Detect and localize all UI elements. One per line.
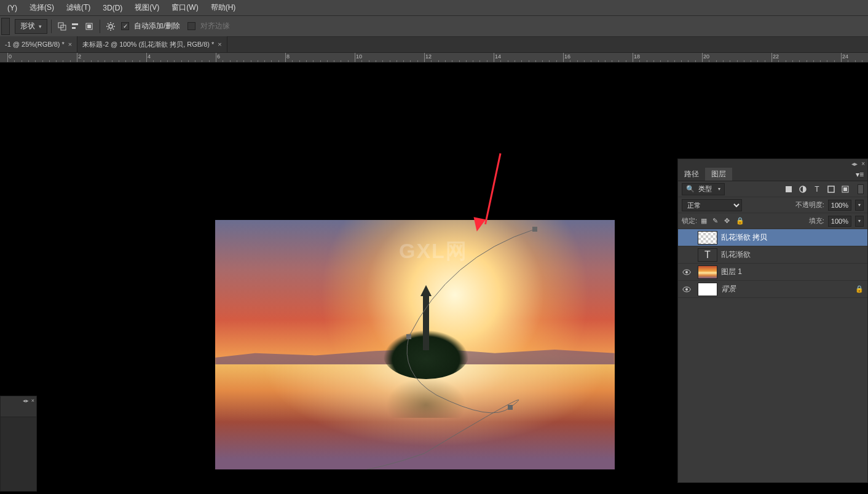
menu-window[interactable]: 窗口(W) (165, 2, 204, 13)
close-icon[interactable]: × (68, 41, 72, 48)
layer-row[interactable]: 乱花渐欲 拷贝 (678, 229, 867, 246)
visibility-toggle[interactable] (682, 250, 692, 260)
shape-mode-label: 形状 (20, 21, 35, 31)
panel-tabs: 路径 图层 ▾≡ (678, 168, 867, 181)
shape-mode-select[interactable]: 形状 (15, 19, 47, 34)
menu-bar: (Y) 选择(S) 滤镜(T) 3D(D) 视图(V) 窗口(W) 帮助(H) (0, 0, 868, 16)
path-align-icon[interactable] (69, 20, 82, 33)
collapse-icon[interactable]: ◂▸ (23, 398, 29, 404)
svg-point-13 (685, 271, 688, 273)
svg-point-15 (685, 288, 688, 291)
layers-panel: ◂▸ × 路径 图层 ▾≡ 🔍 类型 T 正常 不透明度: 100% ▾ 锁定:… (677, 159, 868, 483)
search-icon: 🔍 (686, 185, 695, 193)
checkbox-unchecked-icon (187, 22, 195, 30)
layer-name[interactable]: 图层 1 (721, 267, 742, 277)
tab-paths[interactable]: 路径 (678, 168, 705, 181)
layer-row[interactable]: 背景 🔒 (678, 281, 867, 298)
menu-3d[interactable]: 3D(D) (97, 4, 128, 12)
layer-name[interactable]: 乱花渐欲 拷贝 (721, 232, 767, 243)
arrow-line (484, 153, 501, 224)
auto-add-delete-option[interactable]: ✓ 自动添加/删除 (121, 21, 180, 31)
panel-menu-icon[interactable]: ▾≡ (852, 168, 867, 181)
filter-text-icon[interactable]: T (812, 184, 822, 194)
svg-rect-5 (87, 25, 91, 28)
canvas-image[interactable]: GXL网 (215, 220, 615, 469)
horizontal-ruler[interactable]: 024681012141618202224 (0, 53, 868, 63)
layer-filter-label: 类型 (698, 184, 712, 194)
layer-list-empty-area[interactable] (678, 298, 867, 482)
visibility-toggle[interactable] (682, 233, 692, 243)
layer-name[interactable]: 背景 (721, 284, 736, 294)
lock-icons: ▦ ✎ ✥ 🔒 (701, 217, 744, 225)
layer-filter-row: 🔍 类型 T (678, 181, 867, 197)
fill-value[interactable]: 100% (828, 216, 851, 227)
layer-filter-select[interactable]: 🔍 类型 (682, 183, 725, 195)
lock-pixels-icon[interactable]: ✎ (712, 217, 721, 225)
document-tab-label: -1 @ 25%(RGB/8) * (5, 41, 65, 48)
document-tab-active[interactable]: 未标题-2 @ 100% (乱花渐欲 拷贝, RGB/8) * × (77, 36, 227, 52)
separator (100, 20, 100, 33)
document-tab-bar: -1 @ 25%(RGB/8) * × 未标题-2 @ 100% (乱花渐欲 拷… (0, 37, 868, 53)
blend-opacity-row: 正常 不透明度: 100% ▾ (678, 197, 867, 213)
path-arrange-icon[interactable] (82, 20, 96, 33)
gear-icon[interactable] (104, 20, 117, 33)
mini-panel-body (1, 417, 36, 491)
filter-toggle[interactable] (858, 184, 864, 194)
collapse-icon[interactable]: ◂▸ (851, 160, 858, 167)
menu-help[interactable]: 帮助(H) (205, 2, 242, 13)
svg-rect-11 (843, 187, 847, 191)
opacity-value[interactable]: 100% (828, 200, 851, 211)
arrow-head-icon (471, 217, 486, 233)
opacity-label: 不透明度: (795, 200, 824, 210)
image-tower (423, 295, 429, 350)
filter-smart-icon[interactable] (840, 184, 850, 194)
annotation-arrow (467, 152, 504, 232)
close-icon[interactable]: × (31, 398, 34, 404)
fill-dropdown-icon[interactable]: ▾ (855, 216, 864, 227)
visibility-toggle[interactable] (682, 284, 692, 294)
layer-thumbnail[interactable] (698, 231, 717, 245)
tool-preset-picker[interactable] (1, 18, 10, 35)
document-tab[interactable]: -1 @ 25%(RGB/8) * × (0, 36, 77, 52)
align-edges-label: 对齐边缘 (200, 21, 230, 31)
opacity-dropdown-icon[interactable]: ▾ (855, 200, 864, 211)
layer-thumbnail[interactable] (698, 283, 717, 296)
document-tab-label: 未标题-2 @ 100% (乱花渐欲 拷贝, RGB/8) * (82, 40, 214, 49)
layer-row[interactable]: 图层 1 (678, 264, 867, 281)
lock-all-icon[interactable]: 🔒 (736, 217, 744, 225)
menu-filter[interactable]: 滤镜(T) (60, 2, 97, 13)
menu-view[interactable]: 视图(V) (128, 2, 165, 13)
filter-pixel-icon[interactable] (784, 184, 794, 194)
svg-rect-9 (828, 186, 834, 192)
layer-row[interactable]: T 乱花渐欲 (678, 246, 867, 264)
floating-mini-panel[interactable]: ◂▸ × (0, 396, 37, 492)
svg-rect-3 (72, 27, 76, 29)
close-icon[interactable]: × (218, 41, 221, 48)
menu-item[interactable]: (Y) (1, 4, 23, 12)
lock-transparency-icon[interactable]: ▦ (701, 217, 709, 225)
layer-name[interactable]: 乱花渐欲 (721, 249, 751, 260)
svg-rect-7 (786, 186, 792, 192)
mini-panel-header[interactable]: ◂▸ × (1, 396, 36, 405)
mini-panel-tabs[interactable] (1, 405, 36, 417)
layer-filter-icons: T (784, 184, 850, 194)
eye-icon (682, 285, 691, 294)
layer-thumbnail[interactable] (698, 265, 717, 279)
lock-icon: 🔒 (855, 285, 864, 293)
visibility-toggle[interactable] (682, 267, 692, 277)
filter-adjust-icon[interactable] (798, 184, 808, 194)
fill-label: 填充: (809, 216, 824, 225)
blend-mode-select[interactable]: 正常 (682, 199, 742, 211)
panel-header[interactable]: ◂▸ × (678, 159, 867, 168)
eye-icon (682, 268, 691, 276)
watermark-text: GXL网 (399, 237, 468, 265)
filter-shape-icon[interactable] (826, 184, 836, 194)
lock-position-icon[interactable]: ✥ (724, 217, 733, 225)
path-new-icon[interactable] (55, 20, 69, 33)
layer-list: 乱花渐欲 拷贝 T 乱花渐欲 图层 1 背景 🔒 (678, 229, 867, 482)
close-icon[interactable]: × (861, 160, 865, 167)
menu-select[interactable]: 选择(S) (23, 2, 60, 13)
text-layer-icon[interactable]: T (698, 248, 717, 262)
tab-layers[interactable]: 图层 (705, 168, 732, 181)
align-edges-option[interactable]: 对齐边缘 (187, 21, 230, 31)
